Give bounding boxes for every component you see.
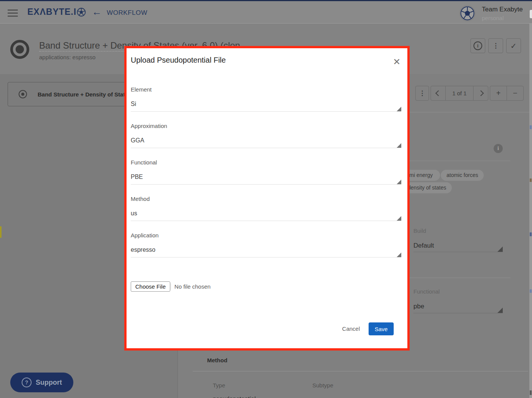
file-input-row: Choose File No file chosen — [131, 281, 211, 292]
info-button[interactable]: i — [470, 38, 485, 53]
modal-title: Upload Pseudopotential File — [131, 56, 226, 65]
type-value-cropped: pseudopotential — [213, 396, 256, 398]
record-status-icon — [10, 40, 29, 59]
kebab-icon: ⋮ — [419, 92, 426, 94]
breadcrumb-workflow: WORKFLOW — [107, 9, 147, 17]
field-label-application: Application — [131, 232, 158, 238]
field-label-approximation: Approximation — [131, 123, 167, 129]
left-edge-marker — [0, 226, 2, 238]
page-subtitle: applications: espresso — [39, 54, 95, 60]
application-select-value[interactable]: espresso — [131, 246, 155, 253]
radio-selected-icon — [19, 90, 27, 98]
field-label-functional: Functional — [131, 159, 157, 166]
method-select-underline — [131, 221, 401, 221]
method-section-heading: Method — [207, 357, 227, 363]
dropdown-triangle-icon — [497, 308, 503, 313]
team-name[interactable]: Team Exabyte — [482, 6, 523, 13]
upload-pseudopotential-modal: Upload Pseudopotential File ✕ Element Si… — [124, 46, 410, 351]
check-icon: ✓ — [510, 41, 517, 51]
kebab-icon: ⋮ — [492, 45, 499, 47]
build-select-value[interactable]: Default — [413, 242, 434, 250]
workflow-unit-label: Band Structure + Density of State — [38, 91, 128, 98]
build-select-underline — [413, 252, 503, 252]
approximation-select-value[interactable]: GGA — [131, 137, 144, 144]
save-button[interactable]: Save — [369, 322, 394, 335]
header-edge-fragment — [530, 10, 532, 18]
functional-label: Functional — [413, 288, 440, 295]
brand-logo[interactable]: EXΛBYTE.I — [27, 7, 86, 17]
add-button[interactable]: + — [490, 86, 507, 100]
info-filled-icon[interactable]: i — [494, 144, 503, 153]
brand-logo-text: EXΛBYTE.I — [27, 7, 76, 17]
tag-chip: atomic forces — [441, 170, 484, 181]
app-window: EXΛBYTE.I ← WORKFLOW Team Exabyte person… — [0, 0, 532, 398]
field-label-method: Method — [131, 196, 150, 202]
info-icon: i — [473, 41, 482, 50]
functional-select-underline — [413, 313, 503, 313]
field-label-element: Element — [131, 86, 152, 93]
functional-select-underline — [131, 184, 401, 185]
confirm-button[interactable]: ✓ — [506, 38, 521, 53]
close-icon[interactable]: ✕ — [393, 57, 401, 66]
page-indicator: 1 of 1 — [445, 86, 473, 100]
back-arrow-icon[interactable]: ← — [92, 7, 102, 17]
remove-button[interactable]: − — [507, 86, 523, 100]
sliver-fragment — [530, 125, 532, 129]
cancel-button[interactable]: Cancel — [342, 322, 360, 335]
method-select-value[interactable]: us — [131, 210, 137, 217]
prev-page-button[interactable] — [431, 86, 445, 100]
element-select-underline — [131, 111, 401, 112]
element-select-value[interactable]: Si — [131, 101, 136, 107]
method-divider — [193, 371, 528, 371]
zoom-group: + − — [490, 86, 524, 101]
choose-file-button[interactable]: Choose File — [131, 281, 170, 292]
build-label: Build — [413, 227, 426, 234]
functional-select-value[interactable]: pbe — [413, 303, 424, 310]
application-select-underline — [131, 257, 401, 257]
next-page-button[interactable] — [473, 86, 488, 100]
more-options-button[interactable]: ⋮ — [488, 38, 503, 53]
team-avatar-soccer-icon[interactable] — [459, 5, 475, 21]
hamburger-menu-icon[interactable] — [8, 9, 18, 17]
soccer-ball-logo-icon — [77, 8, 86, 17]
support-label: Support — [36, 379, 62, 387]
support-button[interactable]: ? Support — [10, 373, 73, 392]
right-edge-sliver — [529, 24, 532, 398]
sliver-fragment — [530, 390, 532, 395]
file-status-text: No file chosen — [171, 283, 211, 290]
sliver-fragment — [530, 178, 532, 182]
pagination-group: 1 of 1 — [431, 86, 488, 101]
sliver-fragment — [530, 289, 532, 293]
functional-select-value[interactable]: PBE — [131, 174, 143, 180]
chevron-left-icon — [435, 90, 441, 96]
chevron-right-icon — [478, 90, 484, 96]
subtype-column-label: Subtype — [312, 382, 333, 389]
team-scope: personal — [482, 15, 504, 21]
dropdown-triangle-icon — [497, 246, 503, 252]
sliver-fragment — [530, 232, 532, 236]
unit-more-options-button[interactable]: ⋮ — [415, 86, 429, 101]
approximation-select-underline — [131, 148, 401, 148]
help-icon: ? — [22, 377, 32, 387]
type-column-label: Type — [213, 382, 225, 389]
